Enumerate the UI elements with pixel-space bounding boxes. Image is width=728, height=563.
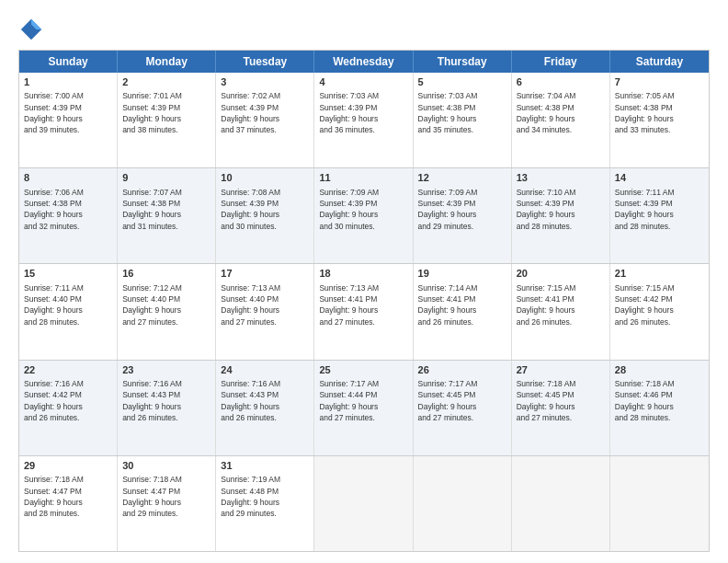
day-number: 31 (221, 459, 309, 473)
weekday-header: Thursday (414, 51, 512, 73)
calendar-cell: 19Sunrise: 7:14 AMSunset: 4:41 PMDayligh… (414, 264, 512, 359)
calendar-cell: 20Sunrise: 7:15 AMSunset: 4:41 PMDayligh… (512, 264, 610, 359)
calendar-cell: 13Sunrise: 7:10 AMSunset: 4:39 PMDayligh… (512, 168, 610, 263)
weekday-header: Saturday (610, 51, 709, 73)
calendar-cell: 30Sunrise: 7:18 AMSunset: 4:47 PMDayligh… (118, 456, 216, 551)
calendar-cell: 10Sunrise: 7:08 AMSunset: 4:39 PMDayligh… (216, 168, 314, 263)
calendar-cell: 31Sunrise: 7:19 AMSunset: 4:48 PMDayligh… (216, 456, 314, 551)
cell-info: Sunrise: 7:04 AMSunset: 4:38 PMDaylight:… (517, 90, 605, 135)
page: SundayMondayTuesdayWednesdayThursdayFrid… (0, 0, 728, 563)
cell-info: Sunrise: 7:15 AMSunset: 4:41 PMDaylight:… (517, 282, 605, 327)
calendar-row: 15Sunrise: 7:11 AMSunset: 4:40 PMDayligh… (19, 263, 709, 359)
day-number: 30 (122, 459, 210, 473)
cell-info: Sunrise: 7:17 AMSunset: 4:44 PMDaylight:… (319, 378, 407, 423)
calendar-cell: 18Sunrise: 7:13 AMSunset: 4:41 PMDayligh… (314, 264, 413, 359)
day-number: 11 (319, 171, 407, 185)
calendar: SundayMondayTuesdayWednesdayThursdayFrid… (18, 50, 710, 552)
weekday-header: Monday (118, 51, 216, 73)
calendar-cell: 11Sunrise: 7:09 AMSunset: 4:39 PMDayligh… (314, 168, 413, 263)
calendar-body: 1Sunrise: 7:00 AMSunset: 4:39 PMDaylight… (19, 73, 709, 551)
cell-info: Sunrise: 7:18 AMSunset: 4:47 PMDaylight:… (122, 474, 210, 519)
weekday-header: Sunday (19, 51, 118, 73)
calendar-cell: 7Sunrise: 7:05 AMSunset: 4:38 PMDaylight… (610, 73, 709, 167)
cell-info: Sunrise: 7:13 AMSunset: 4:40 PMDaylight:… (221, 282, 309, 327)
cell-info: Sunrise: 7:02 AMSunset: 4:39 PMDaylight:… (221, 90, 309, 135)
day-number: 20 (517, 267, 605, 281)
day-number: 25 (319, 363, 407, 377)
cell-info: Sunrise: 7:03 AMSunset: 4:39 PMDaylight:… (319, 90, 407, 135)
cell-info: Sunrise: 7:10 AMSunset: 4:39 PMDaylight:… (517, 187, 605, 232)
weekday-header: Wednesday (314, 51, 413, 73)
cell-info: Sunrise: 7:16 AMSunset: 4:43 PMDaylight:… (122, 378, 210, 423)
logo-icon (18, 17, 44, 42)
calendar-cell: 17Sunrise: 7:13 AMSunset: 4:40 PMDayligh… (216, 264, 314, 359)
cell-info: Sunrise: 7:17 AMSunset: 4:45 PMDaylight:… (418, 378, 506, 423)
day-number: 13 (517, 171, 605, 185)
cell-info: Sunrise: 7:11 AMSunset: 4:40 PMDaylight:… (24, 282, 112, 327)
calendar-cell: 16Sunrise: 7:12 AMSunset: 4:40 PMDayligh… (118, 264, 216, 359)
day-number: 1 (24, 75, 112, 89)
weekday-header: Friday (512, 51, 610, 73)
calendar-cell: 2Sunrise: 7:01 AMSunset: 4:39 PMDaylight… (118, 73, 216, 167)
day-number: 22 (24, 363, 112, 377)
calendar-cell: 25Sunrise: 7:17 AMSunset: 4:44 PMDayligh… (314, 361, 413, 455)
cell-info: Sunrise: 7:09 AMSunset: 4:39 PMDaylight:… (418, 187, 506, 232)
day-number: 28 (615, 363, 704, 377)
calendar-cell: 14Sunrise: 7:11 AMSunset: 4:39 PMDayligh… (610, 168, 709, 263)
cell-info: Sunrise: 7:19 AMSunset: 4:48 PMDaylight:… (221, 474, 309, 519)
cell-info: Sunrise: 7:16 AMSunset: 4:43 PMDaylight:… (221, 378, 309, 423)
day-number: 18 (319, 267, 407, 281)
weekday-header: Tuesday (216, 51, 314, 73)
cell-info: Sunrise: 7:18 AMSunset: 4:47 PMDaylight:… (24, 474, 112, 519)
day-number: 10 (221, 171, 309, 185)
calendar-cell: 21Sunrise: 7:15 AMSunset: 4:42 PMDayligh… (610, 264, 709, 359)
calendar-cell: 23Sunrise: 7:16 AMSunset: 4:43 PMDayligh… (118, 361, 216, 455)
calendar-cell: 27Sunrise: 7:18 AMSunset: 4:45 PMDayligh… (512, 361, 610, 455)
cell-info: Sunrise: 7:09 AMSunset: 4:39 PMDaylight:… (319, 187, 407, 232)
cell-info: Sunrise: 7:13 AMSunset: 4:41 PMDaylight:… (319, 282, 407, 327)
day-number: 14 (615, 171, 704, 185)
calendar-row: 8Sunrise: 7:06 AMSunset: 4:38 PMDaylight… (19, 167, 709, 263)
calendar-cell: 28Sunrise: 7:18 AMSunset: 4:46 PMDayligh… (610, 361, 709, 455)
day-number: 12 (418, 171, 506, 185)
calendar-cell: 5Sunrise: 7:03 AMSunset: 4:38 PMDaylight… (414, 73, 512, 167)
day-number: 27 (517, 363, 605, 377)
cell-info: Sunrise: 7:00 AMSunset: 4:39 PMDaylight:… (24, 90, 112, 135)
logo (18, 17, 48, 42)
day-number: 16 (122, 267, 210, 281)
calendar-cell: 3Sunrise: 7:02 AMSunset: 4:39 PMDaylight… (216, 73, 314, 167)
day-number: 15 (24, 267, 112, 281)
day-number: 17 (221, 267, 309, 281)
day-number: 26 (418, 363, 506, 377)
cell-info: Sunrise: 7:03 AMSunset: 4:38 PMDaylight:… (418, 90, 506, 135)
day-number: 7 (615, 75, 704, 89)
calendar-row: 22Sunrise: 7:16 AMSunset: 4:42 PMDayligh… (19, 360, 709, 455)
day-number: 3 (221, 75, 309, 89)
calendar-cell: 9Sunrise: 7:07 AMSunset: 4:38 PMDaylight… (118, 168, 216, 263)
calendar-cell: 8Sunrise: 7:06 AMSunset: 4:38 PMDaylight… (19, 168, 118, 263)
day-number: 23 (122, 363, 210, 377)
calendar-cell: 15Sunrise: 7:11 AMSunset: 4:40 PMDayligh… (19, 264, 118, 359)
cell-info: Sunrise: 7:01 AMSunset: 4:39 PMDaylight:… (122, 90, 210, 135)
header (18, 17, 710, 42)
empty-cell (512, 456, 610, 551)
calendar-row: 1Sunrise: 7:00 AMSunset: 4:39 PMDaylight… (19, 73, 709, 167)
calendar-cell: 26Sunrise: 7:17 AMSunset: 4:45 PMDayligh… (414, 361, 512, 455)
day-number: 6 (517, 75, 605, 89)
calendar-cell: 1Sunrise: 7:00 AMSunset: 4:39 PMDaylight… (19, 73, 118, 167)
day-number: 8 (24, 171, 112, 185)
day-number: 4 (319, 75, 407, 89)
empty-cell (414, 456, 512, 551)
cell-info: Sunrise: 7:12 AMSunset: 4:40 PMDaylight:… (122, 282, 210, 327)
day-number: 2 (122, 75, 210, 89)
day-number: 9 (122, 171, 210, 185)
day-number: 19 (418, 267, 506, 281)
cell-info: Sunrise: 7:15 AMSunset: 4:42 PMDaylight:… (615, 282, 704, 327)
calendar-cell: 12Sunrise: 7:09 AMSunset: 4:39 PMDayligh… (414, 168, 512, 263)
cell-info: Sunrise: 7:16 AMSunset: 4:42 PMDaylight:… (24, 378, 112, 423)
day-number: 21 (615, 267, 704, 281)
cell-info: Sunrise: 7:18 AMSunset: 4:45 PMDaylight:… (517, 378, 605, 423)
day-number: 24 (221, 363, 309, 377)
day-number: 5 (418, 75, 506, 89)
calendar-row: 29Sunrise: 7:18 AMSunset: 4:47 PMDayligh… (19, 455, 709, 551)
